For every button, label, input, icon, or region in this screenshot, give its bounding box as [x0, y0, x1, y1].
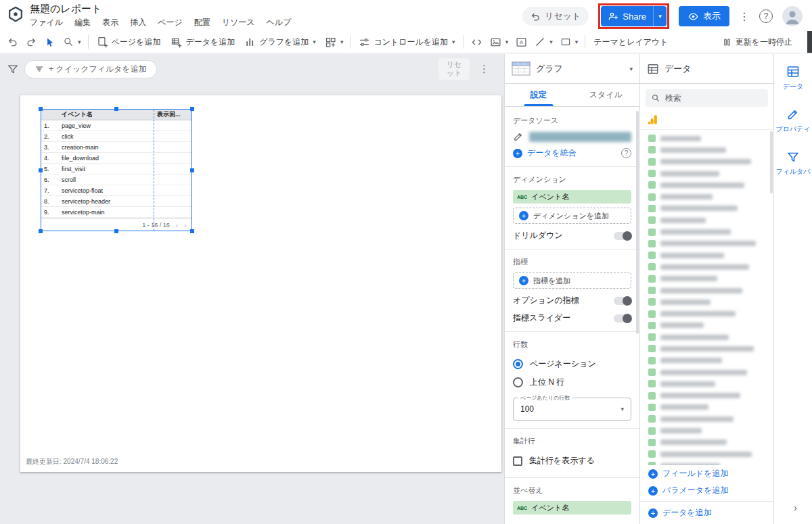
redo-button[interactable]: [22, 33, 40, 51]
add-data-button[interactable]: データを追加: [166, 33, 240, 51]
rows-per-page-select[interactable]: ページあたりの行数 100 ▾: [513, 398, 631, 421]
looker-studio-logo[interactable]: [7, 5, 24, 25]
search-input[interactable]: 検索: [646, 89, 768, 107]
pagination-radio-option[interactable]: ページネーション: [513, 355, 631, 373]
menu-item[interactable]: ファイル: [30, 17, 63, 28]
field-item[interactable]: [640, 273, 773, 285]
field-item[interactable]: [640, 308, 773, 319]
share-main[interactable]: Share: [601, 6, 653, 26]
resize-handle[interactable]: [114, 107, 118, 111]
help-icon[interactable]: ?: [759, 9, 773, 23]
resize-handle[interactable]: [39, 107, 43, 111]
next-page-icon[interactable]: ›: [184, 221, 187, 229]
field-item[interactable]: [640, 296, 773, 308]
field-item[interactable]: [640, 390, 773, 402]
optional-metrics-toggle[interactable]: [614, 297, 631, 305]
tab-setup[interactable]: 設定: [505, 84, 572, 106]
drilldown-toggle[interactable]: [614, 232, 631, 240]
field-item[interactable]: [640, 156, 773, 168]
select-tool-button[interactable]: [41, 33, 59, 51]
menu-item[interactable]: ページ: [158, 17, 183, 28]
add-text-button[interactable]: A: [512, 33, 531, 51]
blend-data-button[interactable]: + データを統合: [513, 147, 577, 159]
menu-item[interactable]: 表示: [102, 17, 118, 28]
user-avatar[interactable]: [782, 6, 803, 26]
filter-reset-button[interactable]: リセット: [438, 58, 470, 80]
field-item[interactable]: [640, 203, 773, 214]
add-page-button[interactable]: ページを追加: [92, 33, 166, 51]
field-item[interactable]: [640, 261, 773, 272]
field-item[interactable]: [640, 214, 773, 226]
menu-item[interactable]: 編集: [74, 17, 91, 28]
field-item[interactable]: [640, 355, 773, 366]
data-source-row[interactable]: [513, 131, 631, 142]
help-icon[interactable]: ?: [621, 148, 631, 158]
sort-chip[interactable]: ABC イベント名: [513, 501, 631, 515]
add-shape-button[interactable]: ▾: [557, 33, 582, 51]
report-title[interactable]: 無題のレポート: [30, 3, 291, 15]
selected-table-chart[interactable]: イベント名 表示回... 1.page_view2.click3.creatio…: [41, 109, 192, 231]
add-chart-button[interactable]: グラフを追加▾: [240, 33, 321, 51]
field-item[interactable]: [640, 168, 773, 179]
field-item[interactable]: [640, 238, 773, 249]
menu-item[interactable]: 配置: [194, 17, 210, 28]
undo-button[interactable]: [4, 33, 22, 51]
prev-page-icon[interactable]: ‹: [176, 221, 179, 229]
field-item[interactable]: [640, 179, 773, 191]
filter-funnel-icon[interactable]: [7, 63, 19, 75]
field-item[interactable]: [640, 366, 773, 378]
top-n-radio-option[interactable]: 上位 N 行: [513, 373, 631, 391]
share-button[interactable]: Share ▾: [601, 6, 667, 26]
field-item[interactable]: [640, 144, 773, 156]
add-metric-button[interactable]: + 指標を追加: [513, 272, 631, 289]
resize-handle[interactable]: [39, 229, 43, 233]
field-item[interactable]: [640, 425, 773, 436]
menu-item[interactable]: 挿入: [130, 17, 146, 28]
reset-button[interactable]: リセット: [522, 7, 589, 26]
rail-item-properties[interactable]: プロパティ: [775, 108, 810, 134]
scrollbar[interactable]: [770, 131, 773, 193]
menu-item[interactable]: リソース: [222, 17, 255, 28]
field-item[interactable]: [640, 413, 773, 425]
add-quick-filter-button[interactable]: + クイックフィルタを追加: [24, 60, 157, 78]
view-button[interactable]: 表示: [679, 6, 729, 26]
resize-handle[interactable]: [39, 168, 43, 172]
rail-item-data[interactable]: データ: [783, 65, 803, 91]
add-line-button[interactable]: ▾: [531, 33, 556, 51]
embed-url-button[interactable]: [468, 33, 486, 51]
more-options-icon[interactable]: ⋮: [739, 10, 750, 23]
menu-item[interactable]: ヘルプ: [267, 17, 292, 28]
show-summary-checkbox[interactable]: 集計行を表示する: [513, 452, 631, 470]
field-item[interactable]: [640, 378, 773, 389]
add-dimension-button[interactable]: + ディメンションを追加: [513, 208, 631, 224]
field-item[interactable]: [640, 331, 773, 343]
field-item[interactable]: [640, 191, 773, 202]
data-source-group-row[interactable]: [640, 110, 773, 130]
field-item[interactable]: [640, 320, 773, 331]
dimension-chip[interactable]: ABC イベント名: [513, 190, 631, 204]
community-visualizations-button[interactable]: ▾: [321, 33, 347, 51]
resize-handle[interactable]: [190, 107, 194, 111]
resize-handle[interactable]: [114, 229, 118, 233]
resize-handle[interactable]: [190, 168, 194, 172]
edit-pencil-icon[interactable]: [513, 131, 524, 142]
collapse-panel-chevron[interactable]: ›: [794, 502, 797, 513]
tab-style[interactable]: スタイル: [572, 84, 640, 106]
report-page[interactable]: イベント名 表示回... 1.page_view2.click3.creatio…: [20, 95, 501, 472]
zoom-tool-button[interactable]: ▾: [60, 33, 85, 51]
rail-item-filter-bar[interactable]: フィルタバ: [775, 150, 810, 176]
field-item[interactable]: [640, 448, 773, 460]
field-item[interactable]: [640, 437, 773, 448]
theme-layout-button[interactable]: テーマとレイアウト: [589, 33, 673, 51]
resize-handle[interactable]: [190, 229, 194, 233]
add-data-bottom-button[interactable]: + データを追加: [640, 501, 773, 524]
field-item[interactable]: [640, 343, 773, 354]
field-item[interactable]: [640, 226, 773, 237]
metric-slider-toggle[interactable]: [614, 314, 631, 323]
field-item[interactable]: [640, 285, 773, 296]
add-parameter-button[interactable]: + パラメータを追加: [640, 482, 773, 499]
pause-updates-button[interactable]: 更新を一時停止: [717, 33, 797, 51]
add-field-button[interactable]: + フィールドを追加: [640, 465, 773, 482]
field-item[interactable]: [640, 133, 773, 144]
filter-more-icon[interactable]: ⋮: [479, 63, 489, 75]
